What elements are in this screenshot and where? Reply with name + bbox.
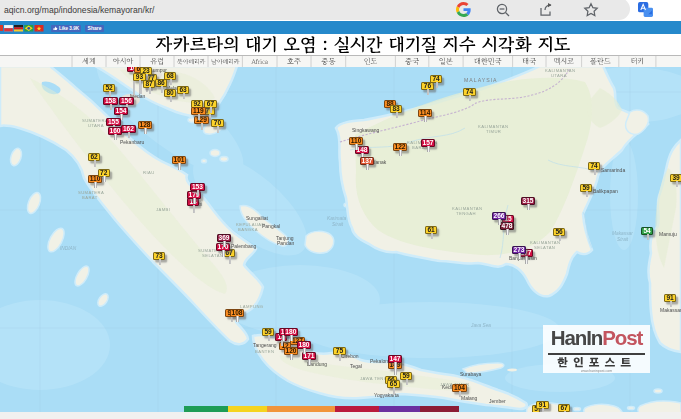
svg-text:Samarinda: Samarinda bbox=[601, 167, 625, 173]
svg-text:Surabaya: Surabaya bbox=[460, 371, 482, 377]
svg-text:BARAT: BARAT bbox=[82, 195, 98, 200]
svg-text:Tegal: Tegal bbox=[350, 363, 362, 369]
svg-text:Makassar: Makassar bbox=[660, 307, 681, 313]
svg-text:Jember: Jember bbox=[489, 398, 506, 404]
svg-text:Tangerang: Tangerang bbox=[253, 342, 277, 348]
svg-text:Strait: Strait bbox=[617, 237, 629, 242]
svg-text:TIMUR: TIMUR bbox=[486, 129, 501, 134]
svg-text:Java Sea: Java Sea bbox=[470, 323, 491, 328]
svg-text:INDIAN: INDIAN bbox=[60, 246, 77, 251]
svg-text:SELATAN: SELATAN bbox=[202, 253, 223, 258]
svg-text:UTARA: UTARA bbox=[88, 123, 104, 128]
svg-text:Pangkal: Pangkal bbox=[262, 223, 280, 229]
svg-text:RIAU: RIAU bbox=[143, 170, 155, 175]
svg-text:Singkawang: Singkawang bbox=[352, 127, 379, 133]
svg-text:Karimata: Karimata bbox=[327, 216, 347, 221]
svg-text:MALAYSIA: MALAYSIA bbox=[464, 77, 498, 83]
svg-text:Makassar: Makassar bbox=[612, 231, 633, 236]
svg-text:Pekanbaru: Pekanbaru bbox=[120, 139, 144, 145]
svg-text:Strait: Strait bbox=[332, 222, 344, 227]
svg-text:Mamuju: Mamuju bbox=[659, 231, 677, 237]
svg-text:LAMPUNG: LAMPUNG bbox=[240, 304, 264, 309]
svg-text:SELATAN: SELATAN bbox=[534, 245, 555, 250]
svg-text:Palembang: Palembang bbox=[231, 243, 257, 249]
svg-text:TENGAH: TENGAH bbox=[456, 211, 476, 216]
svg-text:Pandan: Pandan bbox=[277, 240, 294, 246]
svg-text:BANTEN: BANTEN bbox=[255, 349, 274, 354]
svg-text:UTARA: UTARA bbox=[551, 73, 567, 78]
svg-text:JAMBI: JAMBI bbox=[156, 207, 170, 212]
svg-text:Balikpapan: Balikpapan bbox=[593, 188, 618, 194]
svg-text:Sungailiat: Sungailiat bbox=[246, 215, 269, 221]
svg-text:BANGKA: BANGKA bbox=[238, 227, 258, 232]
svg-text:Malang: Malang bbox=[461, 395, 478, 401]
